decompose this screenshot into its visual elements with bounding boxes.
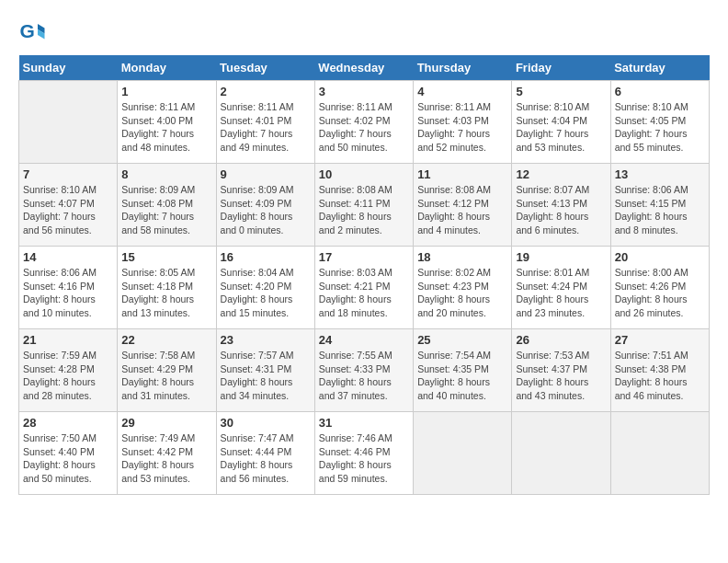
day-number: 8 [121,167,211,181]
day-number: 17 [319,250,409,264]
weekday-header-friday: Friday [512,55,610,81]
calendar-cell: 5 Sunrise: 8:10 AM Sunset: 4:04 PM Dayli… [512,81,610,164]
day-info: Sunrise: 7:50 AM Sunset: 4:40 PM Dayligh… [23,431,113,486]
sunrise-label: Sunrise: 7:50 AM [23,432,97,443]
day-info: Sunrise: 7:53 AM Sunset: 4:37 PM Dayligh… [516,349,606,403]
daylight-label: Daylight: 8 hours and 20 minutes. [417,293,490,318]
calendar-cell: 28 Sunrise: 7:50 AM Sunset: 4:40 PM Dayl… [19,412,118,495]
calendar-body: 1 Sunrise: 8:11 AM Sunset: 4:00 PM Dayli… [19,81,710,495]
day-info: Sunrise: 8:10 AM Sunset: 4:07 PM Dayligh… [23,183,113,237]
day-info: Sunrise: 8:00 AM Sunset: 4:26 PM Dayligh… [615,266,705,320]
sunset-label: Sunset: 4:28 PM [23,363,95,374]
calendar-week-5: 28 Sunrise: 7:50 AM Sunset: 4:40 PM Dayl… [19,412,710,495]
sunrise-label: Sunrise: 7:59 AM [23,350,97,361]
daylight-label: Daylight: 8 hours and 2 minutes. [319,211,392,236]
day-info: Sunrise: 7:59 AM Sunset: 4:28 PM Dayligh… [23,349,113,403]
day-number: 6 [615,85,705,98]
sunset-label: Sunset: 4:40 PM [23,446,95,457]
day-info: Sunrise: 8:06 AM Sunset: 4:16 PM Dayligh… [23,266,113,320]
daylight-label: Daylight: 8 hours and 6 minutes. [516,211,588,236]
calendar-cell: 6 Sunrise: 8:10 AM Sunset: 4:05 PM Dayli… [610,81,709,164]
calendar-week-1: 1 Sunrise: 8:11 AM Sunset: 4:00 PM Dayli… [19,81,710,164]
daylight-label: Daylight: 8 hours and 46 minutes. [615,376,688,401]
sunrise-label: Sunrise: 8:10 AM [615,101,688,112]
calendar-cell: 11 Sunrise: 8:08 AM Sunset: 4:12 PM Dayl… [414,164,512,247]
sunrise-label: Sunrise: 8:08 AM [319,184,392,195]
sunset-label: Sunset: 4:09 PM [221,198,292,209]
calendar-cell: 4 Sunrise: 8:11 AM Sunset: 4:03 PM Dayli… [414,81,512,164]
day-number: 2 [221,85,311,98]
day-number: 18 [417,250,507,264]
sunrise-label: Sunrise: 8:09 AM [221,184,294,195]
sunset-label: Sunset: 4:37 PM [516,363,587,374]
calendar-cell: 7 Sunrise: 8:10 AM Sunset: 4:07 PM Dayli… [19,164,118,247]
sunrise-label: Sunrise: 7:58 AM [121,350,195,361]
day-info: Sunrise: 8:11 AM Sunset: 4:00 PM Dayligh… [121,100,211,155]
daylight-label: Daylight: 7 hours and 53 minutes. [516,128,588,153]
day-number: 31 [319,416,409,430]
calendar-cell: 14 Sunrise: 8:06 AM Sunset: 4:16 PM Dayl… [19,247,118,329]
day-info: Sunrise: 7:55 AM Sunset: 4:33 PM Dayligh… [319,349,409,403]
weekday-header-saturday: Saturday [610,55,709,81]
logo: G [18,18,50,46]
calendar-cell: 29 Sunrise: 7:49 AM Sunset: 4:42 PM Dayl… [118,412,216,495]
sunrise-label: Sunrise: 8:11 AM [121,101,195,112]
day-info: Sunrise: 8:08 AM Sunset: 4:12 PM Dayligh… [417,183,507,237]
sunrise-label: Sunrise: 8:10 AM [516,101,589,112]
sunset-label: Sunset: 4:04 PM [516,115,587,126]
sunset-label: Sunset: 4:38 PM [615,363,687,374]
daylight-label: Daylight: 8 hours and 34 minutes. [221,376,293,401]
sunrise-label: Sunrise: 8:01 AM [516,267,589,278]
sunrise-label: Sunrise: 8:07 AM [516,184,589,195]
day-number: 1 [121,85,211,98]
day-info: Sunrise: 8:05 AM Sunset: 4:18 PM Dayligh… [121,266,211,320]
day-info: Sunrise: 8:01 AM Sunset: 4:24 PM Dayligh… [516,266,606,320]
day-number: 23 [221,333,311,347]
sunrise-label: Sunrise: 7:53 AM [516,350,589,361]
sunrise-label: Sunrise: 8:11 AM [417,101,491,112]
day-number: 3 [319,85,409,98]
sunset-label: Sunset: 4:15 PM [615,198,687,209]
sunrise-label: Sunrise: 8:06 AM [615,184,688,195]
day-number: 14 [23,250,113,264]
day-info: Sunrise: 7:51 AM Sunset: 4:38 PM Dayligh… [615,349,705,403]
day-info: Sunrise: 8:02 AM Sunset: 4:23 PM Dayligh… [417,266,507,320]
daylight-label: Daylight: 8 hours and 59 minutes. [319,459,392,484]
day-number: 22 [121,333,211,347]
sunrise-label: Sunrise: 7:54 AM [417,350,491,361]
calendar-header: SundayMondayTuesdayWednesdayThursdayFrid… [19,55,710,81]
day-info: Sunrise: 8:11 AM Sunset: 4:01 PM Dayligh… [221,100,311,155]
sunrise-label: Sunrise: 7:55 AM [319,350,392,361]
daylight-label: Daylight: 8 hours and 15 minutes. [221,293,293,318]
sunrise-label: Sunrise: 8:00 AM [615,267,688,278]
sunrise-label: Sunrise: 8:05 AM [121,267,195,278]
day-info: Sunrise: 8:10 AM Sunset: 4:05 PM Dayligh… [615,100,705,155]
day-info: Sunrise: 8:04 AM Sunset: 4:20 PM Dayligh… [221,266,311,320]
sunset-label: Sunset: 4:05 PM [615,115,687,126]
sunset-label: Sunset: 4:31 PM [221,363,292,374]
sunrise-label: Sunrise: 7:46 AM [319,432,392,443]
day-info: Sunrise: 7:47 AM Sunset: 4:44 PM Dayligh… [221,431,311,486]
daylight-label: Daylight: 8 hours and 50 minutes. [23,459,96,484]
sunset-label: Sunset: 4:21 PM [319,281,391,292]
sunset-label: Sunset: 4:23 PM [417,281,489,292]
sunset-label: Sunset: 4:46 PM [319,446,391,457]
sunrise-label: Sunrise: 8:11 AM [221,101,294,112]
calendar-week-2: 7 Sunrise: 8:10 AM Sunset: 4:07 PM Dayli… [19,164,710,247]
daylight-label: Daylight: 7 hours and 48 minutes. [121,128,194,153]
daylight-label: Daylight: 8 hours and 13 minutes. [121,293,194,318]
sunrise-label: Sunrise: 7:47 AM [221,432,294,443]
weekday-header-thursday: Thursday [414,55,512,81]
daylight-label: Daylight: 8 hours and 4 minutes. [417,211,490,236]
day-number: 16 [221,250,311,264]
daylight-label: Daylight: 7 hours and 52 minutes. [417,128,490,153]
day-number: 28 [23,416,113,430]
sunset-label: Sunset: 4:18 PM [121,281,193,292]
day-info: Sunrise: 7:54 AM Sunset: 4:35 PM Dayligh… [417,349,507,403]
sunset-label: Sunset: 4:07 PM [23,198,95,209]
sunset-label: Sunset: 4:26 PM [615,281,687,292]
sunrise-label: Sunrise: 8:09 AM [121,184,195,195]
day-number: 25 [417,333,507,347]
daylight-label: Daylight: 8 hours and 8 minutes. [615,211,688,236]
day-info: Sunrise: 8:07 AM Sunset: 4:13 PM Dayligh… [516,183,606,237]
